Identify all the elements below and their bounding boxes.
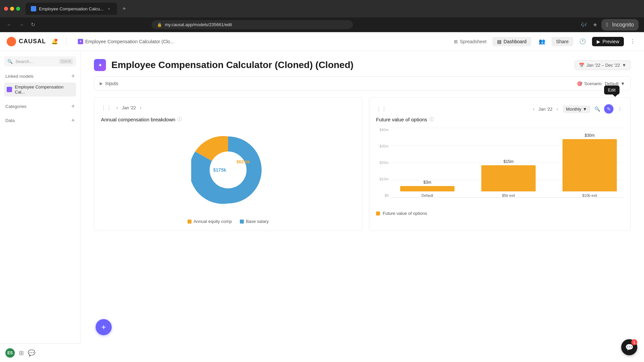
- chart1-next-btn[interactable]: ›: [138, 104, 144, 111]
- linked-models-title: Linked models: [5, 74, 34, 79]
- date-range-btn[interactable]: 📅 Jan '22 – Dec '22 ▼: [575, 60, 631, 70]
- bar-10b-value: $30m: [585, 133, 595, 138]
- chart2-search-btn[interactable]: 🔍: [593, 105, 601, 113]
- tab-spreadsheet[interactable]: ⊞ Spreadsheet: [449, 37, 491, 46]
- chart1-title: Annual compensation breakdown: [101, 117, 175, 122]
- app-header: CAUSAL 🔔 ✦ Employee Compensation Calcula…: [0, 32, 644, 51]
- expand-icon: ▶: [100, 81, 103, 86]
- notification-icon[interactable]: 🔔: [51, 38, 58, 45]
- chat-fab-button[interactable]: 💬 1: [621, 339, 637, 355]
- chart2-next-btn[interactable]: ›: [554, 106, 560, 112]
- sidebar: 🔍 Search... Ctrl+K Linked models + Emplo…: [0, 51, 80, 362]
- chart1-info-icon[interactable]: ⓘ: [177, 116, 182, 122]
- chart2-info-icon[interactable]: ⓘ: [429, 116, 434, 122]
- categories-header: Categories +: [4, 102, 76, 111]
- categories-add-btn[interactable]: +: [71, 103, 75, 109]
- address-bar-row: ← → ↻ 🔒 my.causal.app/models/235661/edit…: [0, 17, 644, 32]
- new-tab-btn[interactable]: +: [120, 4, 129, 14]
- url-text: my.causal.app/models/235661/edit: [165, 22, 232, 27]
- bar-default: [400, 186, 454, 191]
- chart1-date-nav: ‹ Jan '22 ›: [114, 104, 144, 111]
- linked-models-add-btn[interactable]: +: [71, 73, 75, 79]
- charts-grid: ⋮⋮ ‹ Jan '22 › Annual compensation break…: [94, 97, 631, 231]
- bar-5b-value: $15m: [503, 159, 514, 164]
- bar-default-value: $3m: [423, 180, 431, 185]
- history-icon[interactable]: 🕐: [577, 36, 588, 47]
- window-controls[interactable]: [4, 7, 20, 11]
- chart2-more-btn[interactable]: ⋮: [616, 105, 624, 113]
- model-icon: ✦: [78, 39, 83, 44]
- pie-chart-container: $175k $62.5k: [101, 126, 355, 214]
- inputs-title: Inputs: [105, 81, 118, 86]
- chart1-menu-icon[interactable]: ⋮⋮: [101, 105, 112, 111]
- sidebar-categories-section: Categories +: [4, 102, 76, 111]
- tab-dashboard[interactable]: ▤ Dashboard: [492, 37, 531, 46]
- data-title: Data: [5, 118, 14, 123]
- inputs-header[interactable]: ▶ Inputs 🎯 Scenario: Default ▼: [94, 77, 630, 90]
- legend-salary: Base salary: [240, 219, 269, 224]
- bar-10b-wrapper: $30m: [562, 133, 617, 191]
- chart2-prev-btn[interactable]: ‹: [531, 106, 537, 112]
- categories-title: Categories: [5, 104, 26, 109]
- grid-line-5: [391, 197, 624, 198]
- share-icon-btn[interactable]: 👥: [537, 36, 547, 47]
- app: CAUSAL 🔔 ✦ Employee Compensation Calcula…: [0, 32, 644, 362]
- search-icon: 🔍: [7, 59, 13, 64]
- reload-btn[interactable]: ↻: [30, 20, 37, 29]
- chart1-header: ⋮⋮ ‹ Jan '22 ›: [101, 104, 355, 111]
- chevron-down-icon: ▼: [622, 63, 626, 68]
- cast-icon[interactable]: 🎶: [579, 20, 589, 29]
- maximize-window-btn[interactable]: [16, 7, 20, 11]
- data-header: Data +: [4, 116, 76, 125]
- monthly-select[interactable]: Monthly ▼: [563, 105, 590, 113]
- chart2-legend-dot: [376, 212, 380, 216]
- svg-text:$62.5k: $62.5k: [236, 159, 250, 164]
- sidebar-data-section: Data +: [4, 116, 76, 125]
- comment-icon[interactable]: 💬: [28, 349, 35, 357]
- preview-button[interactable]: ▶ Preview: [592, 37, 624, 46]
- bar-group-10b: $30m $10b exit: [556, 133, 624, 197]
- calendar-icon: 📅: [579, 63, 584, 68]
- search-bar[interactable]: 🔍 Search... Ctrl+K: [4, 56, 76, 66]
- y-label-20m: $20m: [376, 161, 389, 165]
- y-axis: $40m $30m $20m $10m $0: [376, 128, 391, 197]
- bookmark-icon[interactable]: ★: [591, 20, 599, 29]
- chart2-title: Future value of options: [376, 117, 427, 122]
- tab-close-btn[interactable]: ×: [106, 6, 112, 11]
- chart2-date-nav: ‹ Jan '22 ›: [531, 106, 560, 112]
- incognito-label: Incognito: [611, 20, 635, 29]
- page-title: Employee Compensation Calculator (Cloned…: [111, 60, 354, 70]
- more-icon[interactable]: ⋮: [628, 36, 637, 47]
- logo-circle: [7, 37, 16, 46]
- equity-legend-label: Annual equity comp: [194, 219, 232, 224]
- minimize-window-btn[interactable]: [10, 7, 14, 11]
- chart-annual-compensation: ⋮⋮ ‹ Jan '22 › Annual compensation break…: [94, 97, 362, 231]
- model-tab[interactable]: ✦ Employee Compensation Calculator (Clo.…: [74, 37, 177, 46]
- browser-tab-active[interactable]: Employee Compensation Calcu... ×: [25, 3, 117, 15]
- grid-line-1: [391, 128, 624, 128]
- chart2-menu-icon[interactable]: ⋮⋮: [376, 106, 387, 112]
- chart-future-value: Edit ⋮⋮ ‹ Jan '22 › Monthl: [369, 97, 631, 231]
- grid-icon[interactable]: ⊞: [19, 349, 24, 357]
- y-label-0: $0: [376, 193, 389, 197]
- sidebar-item-model[interactable]: Employee Compensation Cal...: [4, 82, 76, 97]
- share-button[interactable]: Share: [551, 37, 573, 46]
- forward-btn[interactable]: →: [17, 20, 25, 29]
- header-actions: 👥 Share 🕐 ▶ Preview ⋮: [537, 36, 637, 47]
- chart2-menu-row: ⋮⋮: [376, 106, 387, 112]
- back-btn[interactable]: ←: [5, 20, 13, 29]
- add-fab-button[interactable]: +: [96, 319, 112, 335]
- close-window-btn[interactable]: [4, 7, 8, 11]
- chart1-prev-btn[interactable]: ‹: [114, 104, 120, 111]
- edit-tooltip: Edit: [604, 85, 620, 95]
- lock-icon: 🔒: [157, 22, 162, 27]
- pie-chart-svg: $175k $62.5k: [191, 133, 265, 207]
- data-add-btn[interactable]: +: [71, 117, 75, 123]
- dashboard-icon: ▤: [497, 39, 501, 44]
- chart2-legend: Future value of options: [376, 211, 624, 216]
- chart2-top-row: ⋮⋮ ‹ Jan '22 › Monthly ▼: [376, 104, 624, 114]
- address-bar[interactable]: 🔒 my.causal.app/models/235661/edit: [152, 20, 353, 29]
- chart2-edit-btn[interactable]: ✎: [604, 104, 613, 114]
- browser-toolbar-icons: 🎶 ★ 🉖 Incognito: [579, 19, 639, 31]
- user-avatar[interactable]: ES: [5, 348, 15, 358]
